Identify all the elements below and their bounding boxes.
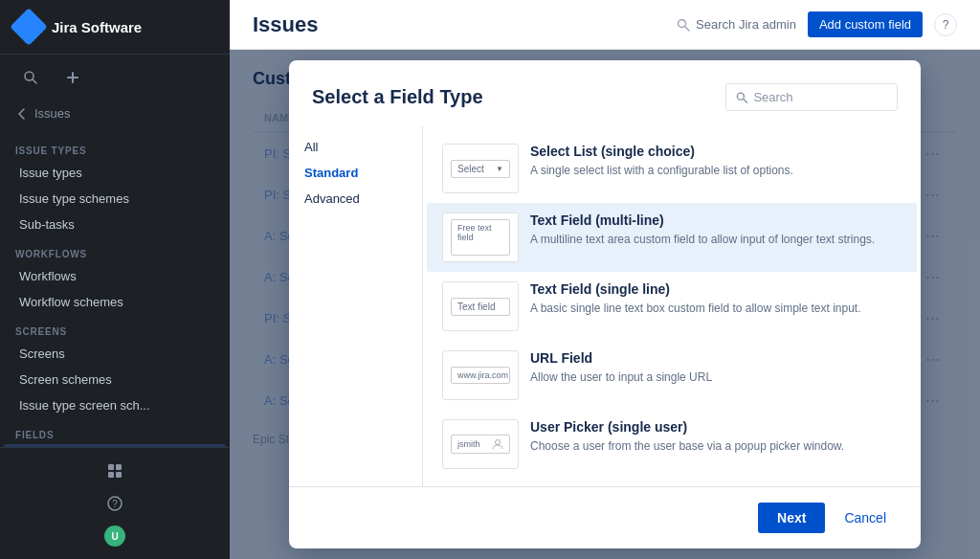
sidebar-item-workflow-schemes[interactable]: Workflow schemes [4,289,226,315]
svg-line-13 [685,27,689,31]
logo-diamond [10,8,48,46]
field-name-text-singleline: Text Field (single line) [530,281,902,297]
svg-text:U: U [111,531,118,542]
add-nav-icon[interactable] [57,62,88,93]
section-label-fields: Fields [0,418,230,444]
main-body: Custom fields Name Screens PI: Scrum Bug… [230,50,980,559]
sidebar-item-screen-schemes[interactable]: Screen schemes [4,367,226,392]
svg-point-14 [737,93,744,100]
field-item-url[interactable]: www.jira.com URL Field Allow the user to… [427,341,917,410]
app-name: Jira Software [52,19,142,35]
field-item-text-singleline[interactable]: Text field Text Field (single line) A ba… [427,272,917,341]
main-content: Issues Search Jira admin Add custom fiel… [230,0,980,559]
svg-rect-4 [108,464,114,470]
field-item-user-picker[interactable]: jsmith User Picker (single user) Choose … [427,410,917,479]
filter-all[interactable]: All [289,134,422,160]
help-button[interactable]: ? [934,13,957,36]
help-icon[interactable]: ? [100,488,130,519]
add-custom-field-button[interactable]: Add custom field [808,11,923,37]
field-name-select-list: Select List (single choice) [530,144,902,159]
grid-icon[interactable] [100,456,130,486]
select-field-type-modal: Select a Field Type All Standard Advance… [289,60,921,548]
field-item-select-list[interactable]: Select ▼ Select List (single choice) A s… [427,134,917,203]
modal-footer: Next Cancel [289,486,921,548]
sidebar-item-screens[interactable]: Screens [4,341,226,367]
header-actions: Search Jira admin Add custom field ? [677,11,957,37]
field-preview-user-picker: jsmith [442,419,519,469]
svg-point-12 [679,19,686,27]
sidebar-item-issue-types[interactable]: Issue types [4,160,226,186]
field-desc-text-multiline: A multiline text area custom field to al… [530,232,902,248]
field-desc-select-list: A single select list with a configurable… [530,163,902,179]
modal-header: Select a Field Type [289,60,921,126]
section-label-issue-types: Issue Types [0,134,230,160]
sidebar-bottom: ? U [0,447,230,559]
field-info-text-multiline: Text Field (multi-line) A multiline text… [530,212,902,248]
search-jira-button[interactable]: Search Jira admin [677,17,796,32]
search-nav-icon[interactable] [15,62,46,93]
modal-body: All Standard Advanced Select [289,126,921,486]
filter-standard[interactable]: Standard [289,160,422,186]
field-info-select-list: Select List (single choice) A single sel… [530,144,902,179]
back-button[interactable]: Issues [0,101,230,126]
field-preview-url: www.jira.com [442,350,519,400]
modal-filter-sidebar: All Standard Advanced [289,126,423,486]
page-title: Issues [253,12,319,37]
field-name-text-multiline: Text Field (multi-line) [530,212,902,228]
field-name-url: URL Field [530,350,902,366]
svg-rect-6 [108,472,114,478]
field-desc-user-picker: Choose a user from the user base via a p… [530,438,902,455]
sidebar: Jira Software Issues Issue Types Issue t… [0,0,230,559]
field-preview-text-singleline: Text field [442,281,519,331]
svg-text:?: ? [112,499,118,509]
field-info-user-picker: User Picker (single user) Choose a user … [530,419,902,455]
next-button[interactable]: Next [758,503,825,533]
svg-rect-3 [67,77,78,78]
field-desc-text-singleline: A basic single line text box custom fiel… [530,301,902,317]
sidebar-item-workflows[interactable]: Workflows [4,263,226,289]
svg-rect-5 [116,464,122,470]
back-label: Issues [34,106,71,121]
section-label-screens: Screens [0,315,230,341]
sidebar-item-issue-type-screen-sch[interactable]: Issue type screen sch... [4,392,226,418]
sidebar-item-sub-tasks[interactable]: Sub-tasks [4,212,226,237]
field-type-list: Select ▼ Select List (single choice) A s… [423,126,921,486]
app-logo: Jira Software [0,0,230,55]
svg-rect-7 [116,472,122,478]
modal-overlay: Select a Field Type All Standard Advance… [230,50,980,559]
svg-line-1 [33,79,36,83]
sidebar-item-issue-type-schemes[interactable]: Issue type schemes [4,186,226,212]
field-info-text-singleline: Text Field (single line) A basic single … [530,281,902,317]
search-jira-label: Search Jira admin [696,17,796,32]
svg-line-15 [744,99,747,102]
sidebar-nav: Issue Types Issue types Issue type schem… [0,126,230,447]
field-item-text-multiline[interactable]: Free textfield Text Field (multi-line) A… [427,203,917,272]
field-preview-select-list: Select ▼ [442,144,519,193]
field-desc-url: Allow the user to input a single URL [530,369,902,386]
field-preview-text-multiline: Free textfield [442,212,519,262]
svg-point-16 [496,440,501,445]
user-avatar[interactable]: U [100,521,130,551]
main-header: Issues Search Jira admin Add custom fiel… [230,0,980,50]
field-name-user-picker: User Picker (single user) [530,419,902,435]
filter-advanced[interactable]: Advanced [289,186,422,212]
search-input[interactable] [753,90,887,104]
section-label-workflows: Workflows [0,237,230,263]
modal-title: Select a Field Type [312,86,483,108]
modal-search-container[interactable] [725,83,898,111]
cancel-button[interactable]: Cancel [833,503,898,533]
field-info-url: URL Field Allow the user to input a sing… [530,350,902,386]
